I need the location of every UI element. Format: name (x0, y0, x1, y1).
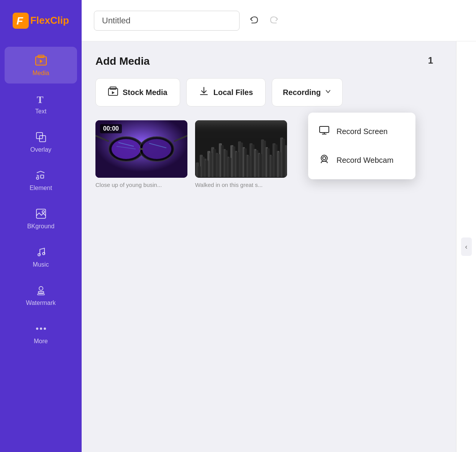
media-thumb-2 (195, 120, 287, 178)
svg-rect-63 (221, 145, 224, 177)
sidebar-music-label: Music (33, 261, 49, 268)
svg-rect-57 (198, 166, 201, 177)
element-icon (34, 169, 48, 182)
sidebar-item-watermark[interactable]: Watermark (5, 277, 77, 313)
header: F FlexClip (0, 0, 476, 41)
svg-text:F: F (16, 15, 23, 27)
svg-point-11 (38, 254, 40, 256)
logo-text: FlexClip (30, 15, 69, 26)
svg-rect-77 (274, 144, 277, 177)
main-layout: Media T Text Overlay (0, 41, 476, 452)
svg-rect-21 (320, 126, 329, 133)
watermark-icon (34, 283, 48, 297)
recording-chevron-icon (325, 88, 332, 97)
svg-rect-59 (205, 160, 208, 177)
sidebar-element-label: Element (30, 185, 52, 192)
sidebar-bkground-label: BKground (27, 223, 54, 230)
content-inner: Add Media Stock Media (82, 41, 456, 202)
svg-rect-72 (255, 150, 258, 177)
stock-media-button[interactable]: Stock Media (95, 78, 180, 106)
svg-rect-66 (232, 146, 235, 177)
record-webcam-item[interactable]: Record Webcam (308, 146, 415, 175)
svg-rect-70 (248, 156, 251, 177)
sidebar-item-media[interactable]: Media (5, 47, 77, 84)
svg-point-22 (321, 155, 327, 161)
local-files-label: Local Files (213, 88, 253, 97)
local-files-button[interactable]: Local Files (186, 78, 266, 106)
media-card-1[interactable]: 00:00 Close up of young busin... (95, 120, 187, 188)
sidebar-overlay-label: Overlay (30, 146, 51, 153)
page-number: 1 (428, 55, 433, 66)
stock-media-icon (108, 86, 118, 98)
svg-rect-3 (38, 55, 44, 57)
svg-rect-69 (244, 148, 247, 177)
logo: F FlexClip (13, 13, 69, 29)
webcam-icon (319, 154, 330, 167)
redo-button[interactable] (267, 14, 281, 28)
local-files-icon (199, 86, 209, 98)
svg-rect-67 (236, 152, 239, 177)
sidebar-item-text[interactable]: T Text (5, 85, 77, 122)
more-icon (34, 322, 48, 336)
svg-rect-73 (259, 154, 262, 177)
sidebar-item-overlay[interactable]: Overlay (5, 123, 77, 160)
svg-rect-7 (41, 175, 44, 178)
record-screen-item[interactable]: Record Screen (308, 117, 415, 146)
right-panel: ‹ (456, 41, 476, 452)
music-icon (34, 245, 48, 259)
svg-point-13 (39, 287, 43, 290)
svg-rect-78 (278, 152, 281, 177)
sidebar-item-more[interactable]: More (5, 315, 77, 352)
media-label-2: Walked in on this great s... (195, 182, 287, 188)
svg-rect-64 (225, 150, 228, 177)
svg-rect-74 (263, 141, 266, 177)
sidebar-watermark-label: Watermark (26, 300, 56, 306)
undo-button[interactable] (247, 14, 261, 28)
svg-point-16 (36, 328, 38, 330)
header-content (82, 11, 476, 31)
text-icon: T (34, 92, 48, 106)
svg-rect-76 (271, 156, 274, 177)
collapse-button[interactable]: ‹ (461, 237, 472, 256)
media-icon (34, 54, 48, 67)
svg-rect-15 (38, 294, 44, 295)
sidebar-item-element[interactable]: Element (5, 162, 77, 198)
recording-button[interactable]: Recording (272, 78, 343, 106)
header-actions (247, 14, 281, 28)
media-label-1: Close up of young busin... (95, 182, 187, 188)
add-media-title: Add Media (95, 55, 442, 67)
media-card-2[interactable]: Walked in on this great s... (195, 120, 287, 188)
svg-rect-71 (251, 144, 254, 177)
svg-point-27 (112, 139, 141, 159)
sidebar: Media T Text Overlay (0, 41, 82, 452)
svg-rect-68 (240, 142, 243, 177)
svg-rect-79 (282, 139, 285, 177)
collapse-icon: ‹ (465, 243, 468, 251)
sidebar-item-bkground[interactable]: BKground (5, 200, 77, 237)
sidebar-item-music[interactable]: Music (5, 238, 77, 275)
logo-icon: F (13, 13, 29, 29)
timestamp-1: 00:00 (100, 124, 122, 133)
svg-point-10 (42, 211, 44, 213)
bkground-icon (34, 207, 48, 221)
recording-label: Recording (283, 88, 321, 97)
sidebar-more-label: More (34, 338, 48, 345)
media-thumb-1: 00:00 (95, 120, 187, 178)
svg-rect-75 (267, 148, 270, 177)
record-webcam-label: Record Webcam (336, 156, 394, 165)
sidebar-media-label: Media (33, 70, 49, 77)
media-buttons: Stock Media Local Files Recordi (95, 78, 442, 106)
svg-point-18 (44, 328, 46, 330)
logo-area: F FlexClip (0, 0, 82, 41)
sidebar-text-label: Text (35, 108, 46, 115)
record-screen-label: Record Screen (336, 127, 387, 136)
overlay-icon (34, 130, 48, 144)
svg-point-23 (323, 157, 326, 160)
svg-point-8 (36, 177, 39, 179)
screen-icon (319, 125, 330, 138)
stock-media-label: Stock Media (123, 88, 167, 97)
svg-rect-61 (213, 149, 216, 177)
title-input[interactable] (94, 11, 240, 31)
svg-point-17 (40, 328, 42, 330)
svg-point-12 (43, 252, 45, 255)
